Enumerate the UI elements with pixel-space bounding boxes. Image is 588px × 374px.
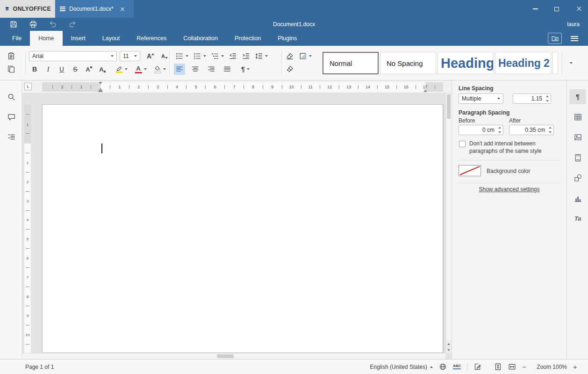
align-center-button[interactable] xyxy=(190,64,201,75)
scrollbar-thumb[interactable] xyxy=(447,94,451,119)
shading-color-button[interactable] xyxy=(151,64,168,75)
zoom-in-button[interactable]: + xyxy=(573,363,581,371)
app-logo-tab[interactable]: ONLYOFFICE xyxy=(0,0,55,18)
next-page-button[interactable] xyxy=(446,347,452,353)
table-settings-button[interactable] xyxy=(569,109,586,124)
fit-page-button[interactable] xyxy=(494,363,502,371)
multilevel-list-button[interactable] xyxy=(209,50,225,62)
nonprinting-characters-button[interactable]: ¶ xyxy=(237,64,253,75)
italic-button[interactable]: I xyxy=(43,64,54,75)
main-menu-button[interactable] xyxy=(567,33,581,44)
spinner-arrows[interactable] xyxy=(546,95,549,102)
close-window-button[interactable] xyxy=(567,0,588,18)
left-indent-marker[interactable] xyxy=(99,91,103,92)
right-indent-marker[interactable] xyxy=(423,89,427,92)
language-selector[interactable]: English (United States) xyxy=(370,364,433,370)
vertical-scrollbar[interactable] xyxy=(445,94,452,353)
tab-stop-selector[interactable]: L xyxy=(24,83,32,90)
navigation-button[interactable] xyxy=(6,131,17,143)
increase-font-size-button[interactable]: A xyxy=(145,50,156,62)
spinner-arrows[interactable] xyxy=(549,127,552,133)
subscript-button[interactable]: A xyxy=(97,64,108,75)
set-language-button[interactable] xyxy=(439,363,447,371)
style-partial[interactable] xyxy=(552,52,558,74)
comment-icon xyxy=(7,113,16,122)
spacing-before-spinner[interactable]: 0 cm xyxy=(459,125,503,135)
tab-file[interactable]: File xyxy=(4,31,30,46)
underline-button[interactable]: U xyxy=(56,64,67,75)
bullets-button[interactable] xyxy=(174,50,190,62)
tab-insert[interactable]: Insert xyxy=(63,31,94,46)
header-footer-settings-button[interactable] xyxy=(569,150,586,165)
horizontal-scrollbar[interactable] xyxy=(22,353,445,359)
first-line-indent-marker[interactable] xyxy=(99,82,102,85)
font-color-button[interactable]: A xyxy=(132,64,149,75)
comments-button[interactable] xyxy=(6,111,17,123)
superscript-button[interactable]: A xyxy=(83,64,94,75)
scrollbar-thumb[interactable] xyxy=(217,354,234,358)
style-heading2[interactable]: Heading 2 xyxy=(495,52,551,74)
vertical-ruler: 112345678910 xyxy=(24,104,31,353)
search-button[interactable] xyxy=(6,91,17,103)
minimize-button[interactable] xyxy=(525,0,546,18)
tab-plugins[interactable]: Plugins xyxy=(269,31,305,46)
justify-button[interactable] xyxy=(222,64,233,75)
decrease-indent-button[interactable] xyxy=(227,50,238,62)
clear-style-button[interactable] xyxy=(284,50,295,62)
zoom-out-button[interactable]: − xyxy=(522,363,531,371)
redo-button[interactable] xyxy=(63,18,82,30)
chart-settings-button[interactable] xyxy=(569,191,586,206)
text-art-settings-button[interactable]: Ta xyxy=(569,211,586,226)
strikethrough-button[interactable]: S xyxy=(70,64,81,75)
tab-collaboration[interactable]: Collaboration xyxy=(175,31,226,46)
document-tab[interactable]: Document1.docx* xyxy=(55,0,134,18)
print-button[interactable] xyxy=(23,18,43,30)
line-spacing-button[interactable] xyxy=(253,50,269,62)
open-file-location-button[interactable] xyxy=(548,33,562,44)
ruler-number: 1 xyxy=(80,85,83,89)
paragraph-color-button[interactable] xyxy=(297,50,313,62)
line-spacing-value-spinner[interactable]: 1.15 xyxy=(513,94,551,104)
document-page[interactable] xyxy=(42,104,443,353)
close-tab-icon[interactable] xyxy=(120,7,124,11)
no-interval-checkbox[interactable] xyxy=(459,141,466,147)
previous-page-button[interactable] xyxy=(446,341,452,347)
style-normal[interactable]: Normal xyxy=(323,52,379,74)
spinner-arrows[interactable] xyxy=(498,127,501,133)
subscript-icon: A xyxy=(99,66,103,72)
align-right-button[interactable] xyxy=(206,64,217,75)
increase-indent-button[interactable] xyxy=(240,50,251,62)
spell-check-button[interactable]: ABC xyxy=(453,364,461,369)
paragraph-settings-button[interactable]: ¶ xyxy=(569,89,586,104)
background-color-swatch[interactable] xyxy=(459,165,481,176)
paste-button[interactable] xyxy=(6,50,17,62)
line-spacing-type-select[interactable]: Multiple xyxy=(459,94,503,104)
style-heading1[interactable]: Heading 1 xyxy=(437,52,494,74)
page-indicator[interactable]: Page 1 of 1 xyxy=(25,364,54,370)
style-no-spacing[interactable]: No Spacing xyxy=(380,52,436,74)
tab-protection[interactable]: Protection xyxy=(226,31,269,46)
undo-button[interactable] xyxy=(43,18,63,30)
track-changes-button[interactable] xyxy=(473,363,481,371)
bold-button[interactable]: B xyxy=(29,64,40,75)
decrease-font-size-button[interactable]: A xyxy=(159,50,170,62)
spacing-after-spinner[interactable]: 0.35 cm xyxy=(509,125,554,135)
show-advanced-settings-link[interactable]: Show advanced settings xyxy=(452,186,566,193)
image-settings-button[interactable] xyxy=(569,129,586,144)
copy-style-button[interactable] xyxy=(284,64,295,75)
tab-references[interactable]: References xyxy=(128,31,175,46)
fit-width-button[interactable] xyxy=(508,363,516,371)
highlight-color-button[interactable] xyxy=(113,64,130,75)
tab-layout[interactable]: Layout xyxy=(94,31,129,46)
shape-settings-button[interactable] xyxy=(569,170,586,185)
font-name-select[interactable]: Arial xyxy=(29,51,117,61)
save-button[interactable] xyxy=(4,18,23,30)
tab-home[interactable]: Home xyxy=(30,31,62,46)
align-left-button[interactable] xyxy=(174,64,185,75)
numbering-button[interactable] xyxy=(192,50,208,62)
copy-button[interactable] xyxy=(6,64,17,75)
zoom-level[interactable]: Zoom 100% xyxy=(537,364,567,370)
styles-gallery-expand-button[interactable] xyxy=(564,52,579,74)
maximize-button[interactable] xyxy=(546,0,567,18)
font-size-select[interactable]: 11 xyxy=(120,51,140,61)
